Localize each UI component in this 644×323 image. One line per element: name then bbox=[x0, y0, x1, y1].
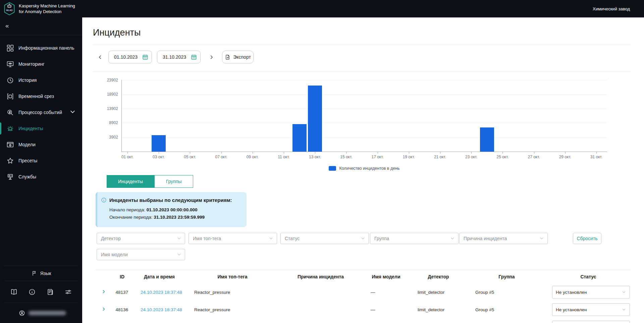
models-icon bbox=[7, 141, 14, 148]
guide-book-icon[interactable] bbox=[10, 288, 17, 295]
chart-legend: Количество инцидентов в день bbox=[121, 166, 607, 171]
filter-group[interactable]: Группа bbox=[370, 233, 459, 244]
xnub bbox=[221, 152, 222, 154]
status-select[interactable]: Не установлен bbox=[552, 303, 630, 316]
divider bbox=[0, 35, 82, 35]
filter-status[interactable]: Статус bbox=[280, 233, 369, 244]
sidebar-item-label: Временной срез bbox=[18, 94, 54, 99]
expand-row-icon[interactable] bbox=[102, 307, 106, 312]
calendar-icon[interactable] bbox=[191, 54, 197, 60]
user-menu[interactable] bbox=[0, 303, 82, 323]
view-tabs: Инциденты Группы bbox=[107, 175, 193, 188]
monitoring-icon bbox=[7, 61, 14, 68]
sidebar-item-event-processor[interactable]: Процессор событий bbox=[0, 104, 82, 120]
flag-icon bbox=[31, 270, 37, 276]
xnub bbox=[471, 152, 472, 154]
xnub bbox=[596, 152, 597, 154]
chevron-down-icon bbox=[361, 236, 365, 241]
xtick: 27 окт. bbox=[522, 155, 546, 159]
xnub bbox=[378, 152, 378, 154]
sidebar-item-label: Мониторинг bbox=[18, 61, 45, 67]
ytick: 13902 bbox=[101, 106, 118, 111]
xtick: 19 окт. bbox=[397, 155, 421, 159]
ytick: 23902 bbox=[101, 78, 118, 83]
language-switcher[interactable]: Язык bbox=[0, 266, 82, 281]
filter-detector[interactable]: Детектор bbox=[97, 233, 185, 244]
sidebar-item-services[interactable]: Службы bbox=[0, 169, 82, 185]
xtick: 31 окт. bbox=[585, 155, 608, 159]
sidebar-item-time-slice[interactable]: Временной срез bbox=[0, 88, 82, 104]
xnub bbox=[159, 152, 159, 154]
language-label: Язык bbox=[40, 271, 51, 276]
sidebar-item-presets[interactable]: Пресеты bbox=[0, 153, 82, 169]
event-processor-icon bbox=[7, 109, 14, 116]
sidebar-item-label: Процессор событий bbox=[18, 110, 62, 115]
col-group: Группа bbox=[467, 270, 546, 283]
xtick: 23 окт. bbox=[460, 155, 483, 159]
sidebar-item-label: Информационная панель bbox=[18, 45, 74, 51]
col-cause: Причина инцидента bbox=[279, 270, 363, 283]
date-to-value: 31.10.2023 bbox=[163, 54, 186, 60]
tab-groups[interactable]: Группы bbox=[154, 175, 193, 188]
date-from-input[interactable]: 01.10.2023 bbox=[108, 51, 152, 63]
filter-incident-cause[interactable]: Причина инцидента bbox=[459, 233, 548, 244]
col-model: Имя модели bbox=[363, 270, 410, 283]
cell-group: Group #5 bbox=[467, 283, 546, 301]
chevron-down-icon bbox=[450, 236, 455, 241]
release-notes-icon[interactable] bbox=[47, 288, 54, 295]
prev-period-button[interactable] bbox=[96, 51, 104, 63]
ytick: 3902 bbox=[101, 135, 118, 140]
tab-incidents[interactable]: Инциденты bbox=[107, 175, 154, 188]
filter-model-name[interactable]: Имя модели bbox=[97, 249, 185, 260]
xtick: 13 окт. bbox=[303, 155, 327, 159]
xnub bbox=[409, 152, 409, 154]
app-title: Kaspersky Machine Learning for Anomaly D… bbox=[19, 3, 75, 14]
reset-filters-button[interactable]: Сбросить bbox=[573, 233, 601, 244]
chevron-down-icon bbox=[622, 290, 626, 294]
criteria-info-box: Инциденты выбраны по следующим критериям… bbox=[96, 192, 247, 227]
ytick: 18902 bbox=[101, 92, 118, 97]
status-select[interactable]: Не установлен bbox=[552, 286, 630, 299]
export-button[interactable]: Экспорт bbox=[222, 51, 254, 63]
sidebar-item-label: Инциденты bbox=[18, 126, 43, 131]
chevron-left-icon bbox=[98, 55, 103, 60]
xnub bbox=[346, 152, 346, 154]
xnub bbox=[534, 152, 534, 154]
next-period-button[interactable] bbox=[207, 51, 216, 63]
sidebar-item-history[interactable]: История bbox=[0, 72, 82, 88]
axis-y bbox=[121, 80, 122, 152]
settings-sliders-icon[interactable] bbox=[65, 288, 72, 295]
expand-row-icon[interactable] bbox=[102, 289, 106, 295]
sidebar-collapse-button[interactable]: « bbox=[0, 17, 17, 33]
table-row-partial bbox=[96, 318, 631, 323]
mlad-hexagon-logo-icon: MLAD bbox=[3, 2, 15, 15]
calendar-icon[interactable] bbox=[142, 54, 148, 60]
sidebar-item-incidents[interactable]: Инциденты bbox=[0, 120, 82, 137]
col-datetime: Дата и время bbox=[132, 270, 186, 283]
legend-swatch bbox=[329, 166, 336, 171]
xtick: 29 окт. bbox=[553, 155, 577, 159]
sidebar-item-monitoring[interactable]: Мониторинг bbox=[0, 56, 82, 72]
date-to-input[interactable]: 31.10.2023 bbox=[157, 51, 201, 63]
xtick: 01 окт. bbox=[116, 155, 139, 159]
bar bbox=[480, 127, 494, 152]
sidebar-item-models[interactable]: Модели bbox=[0, 137, 82, 153]
legend-label: Количество инцидентов в день bbox=[339, 166, 399, 171]
incidents-table: ID Дата и время Имя топ-тега Причина инц… bbox=[96, 270, 631, 323]
bar bbox=[308, 86, 322, 152]
incident-datetime-link[interactable]: 24.10.2023 18:37:48 bbox=[141, 290, 182, 295]
ytick: 8902 bbox=[101, 120, 118, 125]
filter-top-tag[interactable]: Имя топ-тега bbox=[189, 233, 277, 244]
cell-detector: limit_detector bbox=[410, 283, 467, 301]
incident-datetime-link[interactable]: 24.10.2023 18:37:48 bbox=[141, 307, 182, 312]
status-select[interactable] bbox=[552, 321, 630, 323]
xtick: 15 окт. bbox=[334, 155, 358, 159]
incidents-chart: Количество инцидентов в день 39028902139… bbox=[101, 76, 631, 174]
chevron-down-icon bbox=[69, 108, 76, 116]
info-icon[interactable] bbox=[29, 288, 36, 295]
time-slice-icon bbox=[7, 93, 14, 100]
xnub bbox=[284, 152, 284, 154]
sidebar-item-dashboard[interactable]: Информационная панель bbox=[0, 40, 82, 56]
bar bbox=[152, 135, 166, 152]
history-clock-icon bbox=[7, 77, 14, 84]
